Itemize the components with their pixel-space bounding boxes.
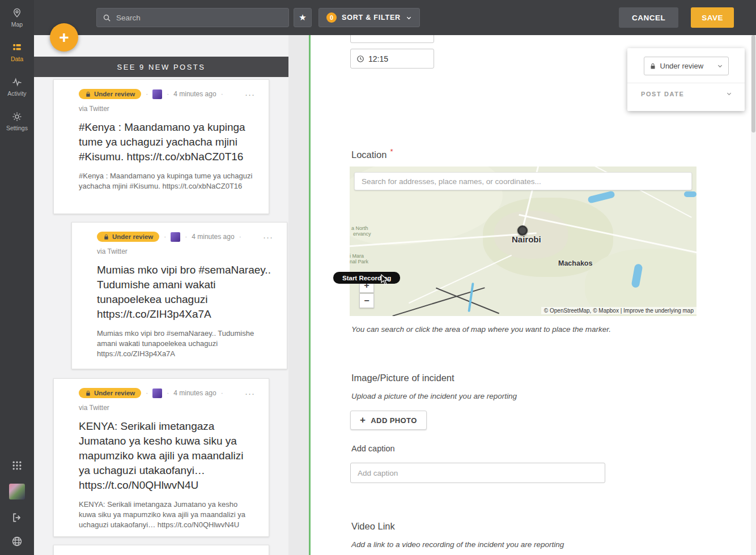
post-excerpt: Mumias mko vipi bro #semaNaraey.. Tudumi… [97,328,273,360]
map-label-fragment: i Mara [350,253,364,259]
post-menu-button[interactable]: ··· [245,89,255,99]
sidebar-item-activity[interactable]: Activity [0,77,34,97]
sidebar-bottom [9,460,25,555]
author-avatar [152,388,162,398]
logout-icon[interactable] [11,512,23,523]
post-card[interactable]: Under review · · 4 minutes ago · ··· via… [53,79,269,214]
author-avatar [171,232,180,242]
cancel-button[interactable]: CANCEL [619,7,678,28]
status-dropdown-value: Under review [660,62,713,70]
sidebar-item-label: Map [11,21,23,28]
map-pin-icon [12,8,22,18]
location-map[interactable]: a North ervancy i Mara nal Park Nairobi … [350,166,696,316]
sidebar: Map Data Activity Settings [0,0,34,555]
search-box [96,8,289,27]
post-card-selected[interactable]: Under review · · 4 minutes ago · ··· via… [71,222,287,369]
sidebar-item-settings[interactable]: Settings [0,112,34,131]
map-water [587,190,615,203]
chevron-down-icon [406,15,412,21]
sort-filter-button[interactable]: 0 SORT & FILTER [318,8,420,27]
chevron-down-icon [717,63,723,69]
post-timestamp: 4 minutes ago [192,233,234,241]
meta-separator: · [146,389,148,397]
meta-separator: · [167,389,169,397]
date-field-partial[interactable] [350,35,434,43]
post-menu-button[interactable]: ··· [263,232,273,242]
gear-icon [12,112,22,122]
zoom-out-button[interactable]: − [359,293,374,308]
video-section-hint: Add a link to a video recording of the i… [351,540,564,549]
meta-separator: · [239,233,241,241]
add-post-button[interactable]: + [50,23,78,52]
search-input[interactable] [116,14,283,22]
add-photo-label: ADD PHOTO [371,416,417,425]
topbar: ★ 0 SORT & FILTER CANCEL SAVE [34,0,756,35]
filter-count-badge: 0 [326,12,337,23]
location-label-text: Location [351,150,387,160]
map-label-fragment: nal Park [350,259,368,264]
video-section-heading: Video Link [351,521,395,532]
map-attribution[interactable]: © OpenStreetMap, © Mapbox | Improve the … [541,307,696,314]
sidebar-item-map[interactable]: Map [0,8,34,28]
status-badge-label: Under review [94,91,135,97]
caption-input[interactable] [350,463,605,483]
user-avatar[interactable] [9,484,25,500]
clock-icon [356,55,364,63]
status-badge-label: Under review [94,390,135,396]
post-card[interactable]: Under review · · 4 minutes ago · ··· via… [53,378,269,537]
map-water [684,191,696,197]
post-menu-button[interactable]: ··· [245,388,255,398]
time-value: 12:15 [368,54,388,63]
time-field[interactable]: 12:15 [350,49,434,69]
globe-icon[interactable] [11,536,23,547]
saved-filters-star-button[interactable]: ★ [294,8,312,27]
data-list-icon [12,42,22,53]
location-label: Location* [351,147,393,160]
chevron-down-icon [726,91,732,97]
meta-separator: · [221,90,223,98]
post-timestamp: 4 minutes ago [173,90,216,98]
post-title[interactable]: #Kenya : Maandamano ya kupinga tume ya u… [79,120,255,164]
map-town-label: Machakos [558,259,592,267]
new-posts-banner[interactable]: SEE 9 NEW POSTS [34,57,288,77]
required-marker: * [390,147,393,156]
sidebar-item-data[interactable]: Data [0,42,34,62]
map-label-fragment: ervancy [353,231,371,237]
sidebar-item-label: Data [11,56,23,62]
map-search-input[interactable] [354,172,692,190]
post-title[interactable]: Mumias mko vipi bro #semaNaraey.. Tudumi… [97,263,273,322]
apps-grid-icon[interactable] [11,460,23,471]
scrollbar-thumb[interactable] [751,35,755,133]
image-section-heading: Image/Picture of incident [351,373,455,383]
caption-label: Add caption [351,444,395,453]
lock-icon [85,390,91,396]
sidebar-item-label: Activity [7,90,26,97]
add-photo-button[interactable]: + ADD PHOTO [350,411,427,430]
status-badge-label: Under review [112,233,153,240]
post-date-section-toggle[interactable]: POST DATE [627,83,745,104]
post-list: SEE 9 NEW POSTS Under review · · 4 minut… [34,35,288,555]
plus-icon: + [360,415,366,426]
search-icon [103,14,111,22]
post-card-partial[interactable] [53,545,269,555]
meta-separator: · [167,90,169,98]
post-meta: Under review · · 4 minutes ago · ··· [79,89,255,99]
post-source: via Twitter [79,105,255,113]
status-dropdown[interactable]: Under review [644,57,729,75]
post-timestamp: 4 minutes ago [173,389,216,397]
sidebar-item-label: Settings [6,125,28,131]
status-panel: Under review POST DATE [627,48,745,111]
image-section-hint: Upload a picture of the incident you are… [351,392,517,400]
post-title[interactable]: KENYA: Serikali imetangaza Jumatano ya k… [79,419,255,493]
post-source: via Twitter [79,404,255,412]
lock-icon [85,91,91,97]
post-excerpt: #Kenya : Maandamano ya kupinga tume ya u… [79,171,255,191]
post-excerpt: KENYA: Serikali imetangaza Jumatano ya k… [79,500,255,531]
status-badge: Under review [79,89,141,99]
map-label-fragment: a North [351,225,368,231]
status-badge: Under review [79,388,141,398]
save-button[interactable]: SAVE [691,7,734,28]
map-river [468,283,474,312]
map-city-label: Nairobi [512,234,541,244]
page-scrollbar [751,35,756,555]
